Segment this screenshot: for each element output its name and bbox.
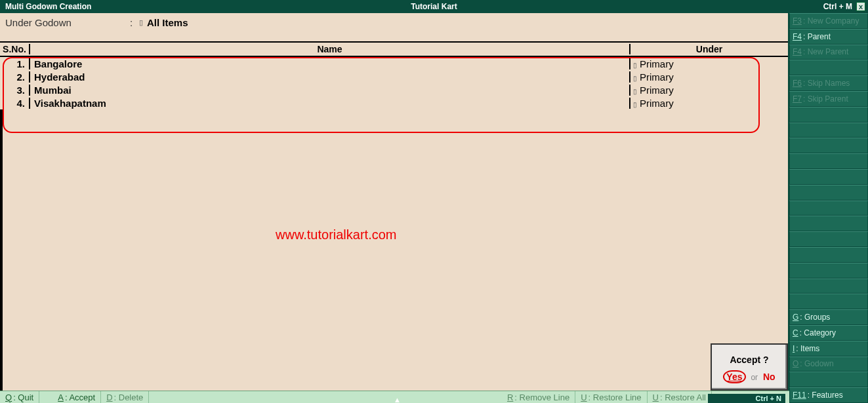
caret-icon: ▲ <box>394 396 401 403</box>
accept-dialog: Accept ? Yes or No <box>711 343 788 391</box>
close-icon[interactable]: x <box>856 2 865 11</box>
table-header: S.No. Name Under <box>0 41 788 57</box>
side-empty <box>789 278 868 294</box>
cell-under[interactable]: ▯Primary <box>630 58 788 69</box>
side-f4-new-parent: F4: New Parent <box>789 45 868 60</box>
bb-restore-line: U: Restore Line <box>575 391 647 403</box>
col-name: Name <box>30 44 630 54</box>
side-i-items[interactable]: I: Items <box>789 341 868 356</box>
side-empty <box>789 247 868 263</box>
cell-under[interactable]: ▯Primary <box>630 98 788 109</box>
side-f6-skip-names: F6: Skip Names <box>789 75 868 91</box>
side-empty <box>789 216 868 231</box>
cell-name[interactable]: Bangalore <box>30 58 630 69</box>
side-empty <box>789 263 868 278</box>
side-empty <box>789 294 868 309</box>
side-empty <box>789 153 868 169</box>
side-f3-new-company: F3: New Company <box>789 13 868 29</box>
col-sno: S.No. <box>0 44 30 54</box>
bottom-bar: Q: Quit A: Accept D: Delete R: Remove Li… <box>0 391 789 403</box>
table-row[interactable]: 1. Bangalore ▯Primary <box>0 57 788 70</box>
cell-sno: 2. <box>0 71 30 83</box>
main-area: Under Godown : ▯ All Items S.No. Name Un… <box>0 13 789 403</box>
title-shortcut: Ctrl + M <box>823 2 852 11</box>
under-godown-colon: : <box>130 17 139 28</box>
sidebar: F3: New Company F4: Parent F4: New Paren… <box>789 13 868 403</box>
accept-no-button[interactable]: No <box>763 372 775 382</box>
under-godown-row: Under Godown : ▯ All Items <box>0 13 788 32</box>
cell-name[interactable]: Visakhapatnam <box>30 98 630 109</box>
accept-or: or <box>751 373 758 382</box>
side-c-category[interactable]: C: Category <box>789 325 868 341</box>
col-under: Under <box>630 44 788 54</box>
table-row[interactable]: 2. Hyderabad ▯Primary <box>0 70 788 83</box>
side-empty <box>789 107 868 123</box>
bb-remove-line: R: Remove Line <box>502 391 575 403</box>
under-godown-value[interactable]: All Items <box>147 17 188 28</box>
cell-under[interactable]: ▯Primary <box>630 71 788 83</box>
side-empty <box>789 231 868 247</box>
ctrl-n-hint: Ctrl + N <box>708 394 785 403</box>
under-godown-label: Under Godown <box>5 17 130 28</box>
watermark: www.tutorialkart.com <box>276 227 397 242</box>
table-row[interactable]: 3. Mumbai ▯Primary <box>0 83 788 96</box>
cell-name[interactable]: Hyderabad <box>30 71 630 83</box>
cell-sno: 3. <box>0 85 30 96</box>
cell-sno: 1. <box>0 58 30 69</box>
table-body: 1. Bangalore ▯Primary 2. Hyderabad ▯Prim… <box>0 57 788 403</box>
side-f4-parent[interactable]: F4: Parent <box>789 29 868 45</box>
bb-delete: D: Delete <box>101 391 149 403</box>
accept-question: Accept ? <box>730 355 768 365</box>
side-empty <box>789 123 868 138</box>
accept-yes-button[interactable]: Yes <box>726 372 742 382</box>
bb-quit[interactable]: Q: Quit <box>0 391 39 403</box>
side-o-godown: O: Godown <box>789 356 868 372</box>
side-empty <box>789 372 868 387</box>
side-empty <box>789 138 868 153</box>
title-center: Tutorial Kart <box>411 2 457 11</box>
bb-restore-all: U: Restore All <box>648 391 712 403</box>
cell-sno: 4. <box>0 98 30 109</box>
side-f11-features[interactable]: F11: Features <box>789 387 868 403</box>
bb-accept[interactable]: A: Accept <box>52 391 101 403</box>
side-f7-skip-parent: F7: Skip Parent <box>789 91 868 107</box>
side-g-groups[interactable]: G: Groups <box>789 309 868 325</box>
title-bar: Multi Godown Creation Tutorial Kart Ctrl… <box>0 0 868 13</box>
table-row[interactable]: 4. Visakhapatnam ▯Primary <box>0 96 788 109</box>
side-empty <box>789 185 868 201</box>
side-empty <box>789 60 868 75</box>
under-godown-marker: ▯ <box>139 18 147 27</box>
cell-under[interactable]: ▯Primary <box>630 85 788 96</box>
side-empty <box>789 201 868 216</box>
title-left: Multi Godown Creation <box>0 2 91 11</box>
side-empty <box>789 169 868 185</box>
cell-name[interactable]: Mumbai <box>30 85 630 96</box>
